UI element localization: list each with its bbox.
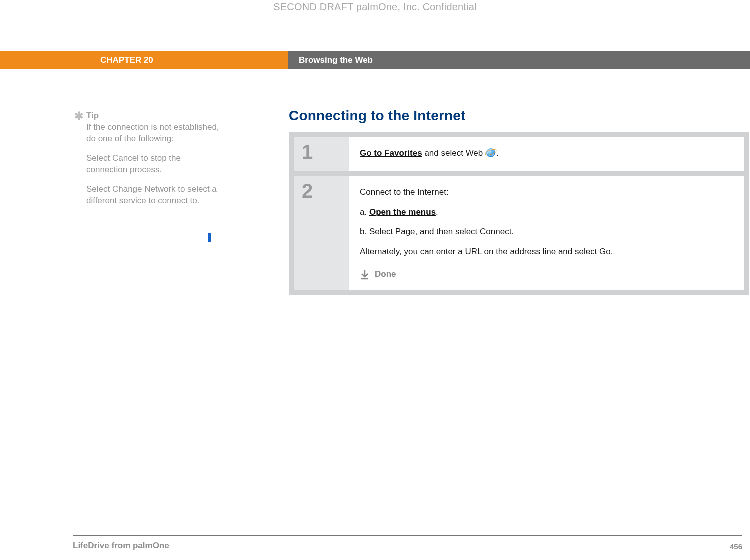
step2-b: b. Select Page, and then select Connect. — [360, 225, 733, 238]
confidential-banner: SECOND DRAFT palmOne, Inc. Confidential — [0, 1, 750, 13]
asterisk-icon: ✱ — [74, 110, 83, 123]
step-row: 1 Go to Favorites and select Web . — [294, 137, 744, 171]
step-number: 1 — [294, 137, 349, 171]
step2-a-period: . — [436, 207, 438, 217]
step2-a: a. Open the menus. — [360, 206, 733, 219]
step1-period: . — [496, 148, 499, 158]
chapter-number: CHAPTER 20 — [0, 51, 288, 69]
tip-label: Tip — [86, 111, 219, 121]
open-menus-link[interactable]: Open the menus — [369, 207, 436, 217]
footer-rule — [73, 535, 742, 536]
footer-product: LifeDrive from palmOne — [73, 541, 169, 551]
page-footer: LifeDrive from palmOne 456 — [73, 541, 742, 551]
done-label: Done — [375, 268, 396, 281]
step-body: Go to Favorites and select Web . — [349, 137, 744, 171]
step-number: 2 — [294, 176, 349, 290]
step2-lead: Connect to the Internet: — [360, 186, 733, 199]
change-bar-icon — [208, 233, 211, 242]
step1-rest: and select Web — [422, 148, 485, 158]
footer-page-number: 456 — [730, 542, 742, 551]
done-row: Done — [360, 268, 733, 281]
tip-sidebar: ✱ Tip If the connection is not establish… — [86, 111, 219, 215]
section-title: Connecting to the Internet — [289, 108, 749, 124]
step-row: 2 Connect to the Internet: a. Open the m… — [294, 176, 744, 290]
step2-alt: Alternately, you can enter a URL on the … — [360, 245, 733, 258]
step-body: Connect to the Internet: a. Open the men… — [349, 176, 744, 290]
step2-a-label: a. — [360, 207, 369, 217]
main-content: Connecting to the Internet 1 Go to Favor… — [289, 108, 749, 295]
step1-text: Go to Favorites and select Web . — [360, 147, 733, 160]
chapter-title: Browsing the Web — [288, 51, 750, 69]
page-body: ✱ Tip If the connection is not establish… — [0, 69, 750, 560]
chapter-header-band: CHAPTER 20 Browsing the Web — [0, 51, 750, 69]
tip-intro: If the connection is not established, do… — [86, 122, 219, 145]
tip-item: Select Cancel to stop the connection pro… — [86, 153, 219, 176]
tip-item: Select Change Network to select a differ… — [86, 184, 219, 207]
web-globe-icon — [486, 148, 495, 157]
steps-container: 1 Go to Favorites and select Web . 2 Con… — [289, 132, 749, 295]
favorites-link[interactable]: Go to Favorites — [360, 148, 422, 158]
down-arrow-icon — [360, 269, 370, 280]
